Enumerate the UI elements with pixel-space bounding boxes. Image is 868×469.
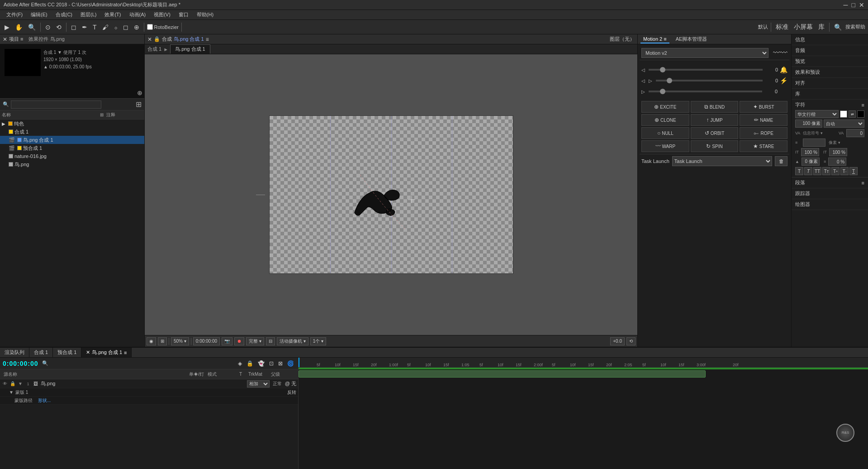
character-menu[interactable]: ≡ xyxy=(862,102,864,108)
solo-btn[interactable]: ◈ xyxy=(237,360,243,367)
breadcrumb-current[interactable]: 鸟.png 合成 1 xyxy=(170,44,210,54)
font-select[interactable]: 华文行楷 xyxy=(795,110,839,118)
baseline-input[interactable] xyxy=(802,158,820,166)
blend-button[interactable]: ⧉ BLEND xyxy=(691,101,739,113)
paragraph-panel-item[interactable]: 段落 ≡ xyxy=(792,177,868,188)
slider1-thumb[interactable] xyxy=(660,67,665,72)
layer-eye-icon[interactable]: 👁 xyxy=(2,381,8,386)
slider1-track[interactable] xyxy=(649,69,763,71)
zoom-level[interactable]: 50% ▾ xyxy=(171,337,189,345)
stare-button[interactable]: ★ STARE xyxy=(740,140,787,152)
render-queue-tab[interactable]: 渲染队列 xyxy=(0,348,29,357)
roto-bezier-checkbox[interactable]: RotoBezier xyxy=(147,24,179,30)
viewer-menu-icon[interactable]: ≡ xyxy=(206,36,209,43)
slider3-track[interactable] xyxy=(649,91,762,92)
trackers-panel-item[interactable]: 跟踪器 xyxy=(792,188,868,199)
mocha-badge[interactable]: R&S xyxy=(836,424,854,442)
warp-button[interactable]: 〰 WARP xyxy=(641,140,689,152)
text-tool[interactable]: T xyxy=(91,23,99,32)
null-button[interactable]: ○ NULL xyxy=(641,127,689,139)
bird-comp-menu[interactable]: ≡ xyxy=(124,350,127,355)
timecode[interactable]: 0:00:00:00 xyxy=(193,337,220,345)
superscript-button[interactable]: T+ xyxy=(831,167,840,175)
rope-button[interactable]: ⟜ ROPE xyxy=(740,127,787,139)
jump-button[interactable]: ↑ JUMP xyxy=(691,114,739,126)
h-scale-input[interactable] xyxy=(801,148,819,156)
list-item[interactable]: 合成 1 xyxy=(0,128,144,136)
menu-file[interactable]: 文件(F) xyxy=(3,10,26,19)
audio-panel-item[interactable]: 音频 xyxy=(792,45,868,56)
camera-tool[interactable]: ⊙ xyxy=(43,23,52,32)
timeline-tracks[interactable]: 5f 10f 15f 20f 1:00f 5f 10f 15f 1:05 5f … xyxy=(299,358,868,469)
orbit-tool[interactable]: ⟲ xyxy=(54,23,63,32)
stroke-color-swatch[interactable] xyxy=(857,110,864,118)
preview-panel-item[interactable]: 预览 xyxy=(792,56,868,67)
menu-animation[interactable]: 动画(A) xyxy=(126,10,150,19)
playback-eye[interactable]: ◉ xyxy=(147,337,156,345)
camera-label[interactable]: 活动摄像机 ▾ xyxy=(277,337,308,345)
mask-path-value[interactable]: 形状... xyxy=(38,397,51,404)
text-color-swatch[interactable] xyxy=(840,110,847,118)
zoom-tool[interactable]: 🔍 xyxy=(26,23,38,32)
breadcrumb-home[interactable]: 合成 1 xyxy=(147,46,161,53)
grid-button[interactable]: ⊞ xyxy=(158,337,167,345)
slider2-left-arrow[interactable]: ◁ xyxy=(641,78,647,83)
leading-input[interactable] xyxy=(803,139,825,147)
effects-panel-item[interactable]: 效果和预设 xyxy=(792,67,868,78)
slider2-track[interactable] xyxy=(656,80,763,81)
workspace-library[interactable]: 库 xyxy=(816,22,826,32)
brush-tool[interactable]: 🖌 xyxy=(100,23,110,32)
align-panel-item[interactable]: 对齐 xyxy=(792,78,868,89)
font-style-select[interactable]: 自动 xyxy=(824,120,864,128)
snapshot-btn[interactable]: 📷 xyxy=(222,337,232,345)
comp-name-tab[interactable]: 鸟.png 合成 1 xyxy=(174,36,204,43)
quality-select[interactable]: 完整 ▾ xyxy=(246,337,264,345)
bird-layer-bar[interactable] xyxy=(299,370,706,378)
select-tool[interactable]: ▶ xyxy=(3,23,11,32)
task-run-button[interactable]: 🗑 xyxy=(775,156,787,166)
underline-button[interactable]: T xyxy=(849,167,858,175)
collapse-btn[interactable]: ⊡ xyxy=(268,360,275,367)
effects-controls-tab[interactable]: 效果控件 鸟.png xyxy=(28,36,64,43)
menu-window[interactable]: 窗口 xyxy=(175,10,192,19)
close-button[interactable]: ✕ xyxy=(859,1,864,9)
menu-edit[interactable]: 编辑(E) xyxy=(27,10,51,19)
minimize-button[interactable]: ─ xyxy=(844,1,848,9)
frame-blend-btn[interactable]: ⊠ xyxy=(277,360,284,367)
kerning-input[interactable] xyxy=(846,129,864,137)
slider3-left-arrow[interactable]: ▷ xyxy=(641,89,647,94)
menu-effect[interactable]: 效果(T) xyxy=(101,10,124,19)
list-item[interactable]: 🎬 预合成 1 xyxy=(0,144,144,152)
paint-panel-item[interactable]: 绘图器 xyxy=(792,199,868,210)
reset-exposure[interactable]: ⟲ xyxy=(626,337,636,345)
menu-composition[interactable]: 合成(C) xyxy=(52,10,76,19)
eraser-tool[interactable]: ◻ xyxy=(121,23,130,32)
layer-blend-mode[interactable]: 相加 xyxy=(247,380,270,388)
motion2-tab[interactable]: Motion 2 ≡ xyxy=(640,35,669,43)
view-count[interactable]: 1个 ▾ xyxy=(310,337,326,345)
slider2-right-arrow[interactable]: ▷ xyxy=(649,78,654,83)
exposure-value[interactable]: +0.0 xyxy=(610,337,625,345)
clone-button[interactable]: ⊕ CLONE xyxy=(641,114,689,126)
italic-button[interactable]: T xyxy=(804,167,812,175)
search-icon[interactable]: 🔍 xyxy=(832,23,844,32)
comp-display[interactable]: ⊟ xyxy=(266,337,275,345)
bold-button[interactable]: T xyxy=(795,167,803,175)
motion-version-select[interactable]: Motion v2 xyxy=(641,48,768,58)
project-search-input[interactable] xyxy=(11,100,101,109)
precomp-tab[interactable]: 预合成 1 xyxy=(53,348,81,357)
tsume-input[interactable] xyxy=(828,158,846,166)
workspace-small[interactable]: 小屏幕 xyxy=(792,22,815,32)
pen-tool[interactable]: ✒ xyxy=(80,23,89,32)
motion-blur-btn[interactable]: 🌀 xyxy=(286,360,295,367)
ae-script-tab[interactable]: AE脚本管理器 xyxy=(673,35,710,43)
mask-expand-icon[interactable]: ▼ xyxy=(9,390,14,395)
name-button[interactable]: ✏ NAME xyxy=(740,114,787,126)
playhead[interactable] xyxy=(299,358,299,367)
maximize-button[interactable]: □ xyxy=(852,1,855,9)
layer-collapse-icon[interactable]: ▼ xyxy=(17,381,24,386)
slider1-left-arrow[interactable]: ◁ xyxy=(641,67,647,72)
list-item[interactable]: 鸟.png xyxy=(0,160,144,168)
project-list-view[interactable]: ⊞ xyxy=(136,100,142,109)
library-panel-item[interactable]: 库 xyxy=(792,89,868,100)
